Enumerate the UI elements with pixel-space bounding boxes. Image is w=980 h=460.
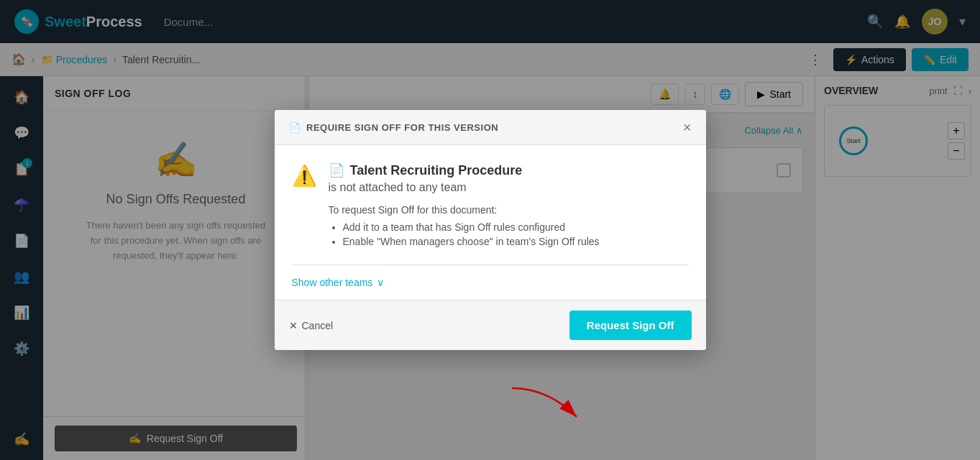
- modal-doc-icon: 📄: [289, 122, 301, 133]
- warning-title: 📄 Talent Recruiting Procedure: [329, 162, 600, 178]
- cancel-x-icon: ✕: [289, 320, 298, 331]
- warning-doc-icon: 📄: [329, 162, 344, 178]
- modal-warning: ⚠️ 📄 Talent Recruiting Procedure is not …: [292, 162, 689, 250]
- warning-content: 📄 Talent Recruiting Procedure is not att…: [329, 162, 600, 250]
- chevron-down-icon: ∨: [377, 277, 384, 288]
- warning-subtitle: is not attached to any team: [329, 181, 600, 194]
- modal-divider: [292, 264, 689, 265]
- modal-header: 📄 REQUIRE SIGN OFF FOR THIS VERSION ×: [275, 110, 706, 145]
- warning-list: Add it to a team that has Sign Off rules…: [329, 221, 600, 247]
- cancel-button[interactable]: ✕ Cancel: [289, 320, 334, 331]
- modal-body: ⚠️ 📄 Talent Recruiting Procedure is not …: [275, 145, 706, 300]
- warning-instruction: To request Sign Off for this document:: [329, 204, 600, 216]
- warning-icon: ⚠️: [292, 164, 317, 188]
- show-teams-link[interactable]: Show other teams ∨: [292, 277, 689, 288]
- request-sign-off-modal-button[interactable]: Request Sign Off: [569, 310, 692, 340]
- warning-bullet-1: Add it to a team that has Sign Off rules…: [343, 221, 600, 233]
- warning-bullet-2: Enable "When managers choose" in team's …: [343, 236, 600, 247]
- modal-close-button[interactable]: ×: [683, 120, 692, 134]
- modal: 📄 REQUIRE SIGN OFF FOR THIS VERSION × ⚠️…: [275, 110, 706, 350]
- modal-title: 📄 REQUIRE SIGN OFF FOR THIS VERSION: [289, 122, 499, 133]
- modal-overlay[interactable]: 📄 REQUIRE SIGN OFF FOR THIS VERSION × ⚠️…: [0, 0, 980, 460]
- modal-footer: ✕ Cancel Request Sign Off: [275, 300, 706, 350]
